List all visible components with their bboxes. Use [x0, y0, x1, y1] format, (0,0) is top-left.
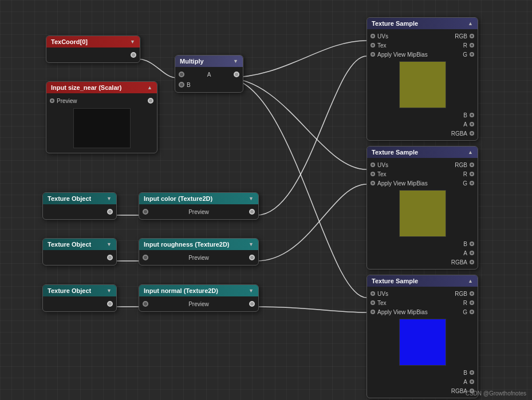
ts2-mip-label: Apply View MipBias: [377, 180, 428, 187]
ts2-tex-label: Tex: [377, 171, 387, 177]
ts2-preview: [399, 190, 446, 237]
ts2-rgb-label: RGB: [455, 162, 467, 168]
texture-obj-1-output-row: [43, 207, 116, 217]
texcoord-title: TexCoord[0]: [51, 38, 88, 45]
ts3-rgb-pin[interactable]: [470, 291, 474, 296]
ts3-a-label: A: [463, 379, 467, 385]
ts1-tex-label: Tex: [377, 42, 387, 49]
ts2-g-label: G: [463, 180, 467, 187]
texture-obj-3-output[interactable]: [107, 301, 113, 307]
tex-sample-1-chevron[interactable]: ▲: [468, 21, 473, 26]
texture-obj-3-header: Texture Object ▼: [43, 285, 116, 296]
texcoord-output-pin[interactable]: [131, 52, 136, 58]
tex-sample-2-title: Texture Sample: [372, 149, 418, 156]
ts1-rgb-pin[interactable]: [470, 34, 474, 38]
ts3-b-row: B: [367, 368, 478, 377]
ts3-uvs-row: UVs RGB: [367, 289, 478, 298]
ts1-r-label: R: [463, 42, 467, 49]
ts1-b-pin[interactable]: [470, 113, 474, 117]
texture-obj-3-chevron[interactable]: ▼: [107, 288, 112, 294]
ts1-rgba-row: RGBA: [367, 129, 478, 138]
texture-obj-1-chevron[interactable]: ▼: [107, 196, 112, 201]
input-normal-input[interactable]: [143, 301, 148, 307]
ts1-rgba-pin[interactable]: [470, 131, 474, 136]
preview-pin[interactable]: [50, 98, 54, 103]
ts3-rgb-label: RGB: [455, 291, 467, 297]
multiply-b-input[interactable]: [179, 82, 184, 88]
tex-sample-3-node: Texture Sample ▲ UVs RGB Tex R: [367, 275, 478, 398]
ts3-uvs-pin[interactable]: [371, 291, 375, 296]
ts1-uvs-label: UVs: [377, 33, 388, 39]
ts3-r-label: R: [463, 300, 467, 306]
ts3-b-pin[interactable]: [470, 370, 474, 375]
ts1-tex-pin[interactable]: [371, 43, 375, 47]
ts2-mip-pin[interactable]: [371, 181, 375, 185]
ts3-b-label: B: [463, 370, 467, 376]
ts2-r-label: R: [463, 171, 467, 177]
multiply-b-row: B: [175, 80, 243, 90]
ts1-rgb-label: RGB: [455, 33, 467, 39]
ts1-mip-label: Apply View MipBias: [377, 52, 428, 58]
input-color-output[interactable]: [249, 209, 255, 215]
ts3-tex-pin[interactable]: [371, 300, 375, 305]
texture-obj-2-output[interactable]: [107, 255, 113, 260]
input-color-chevron[interactable]: ▼: [249, 196, 254, 201]
multiply-a-input[interactable]: [179, 72, 184, 77]
ts1-uvs-row: UVs RGB: [367, 31, 478, 41]
ts3-mip-pin[interactable]: [371, 310, 375, 314]
size-preview-area: [73, 108, 131, 148]
ts1-mip-pin[interactable]: [371, 52, 375, 57]
input-size-chevron[interactable]: ▲: [147, 85, 152, 90]
input-roughness-node: Input roughness (Texture2D) ▼ Preview: [139, 238, 259, 266]
ts3-r-pin[interactable]: [470, 300, 474, 305]
input-size-header: Input size_near (Scalar) ▲: [46, 82, 157, 93]
tex-sample-1-node: Texture Sample ▲ UVs RGB Tex R: [367, 17, 478, 141]
tex-sample-2-chevron[interactable]: ▲: [468, 149, 473, 155]
input-normal-title: Input normal (Texture2D): [144, 287, 218, 294]
ts3-a-pin[interactable]: [470, 379, 474, 384]
ts2-uvs-row: UVs RGB: [367, 160, 478, 169]
ts2-uvs-pin[interactable]: [371, 163, 375, 167]
tex-sample-2-header: Texture Sample ▲: [367, 146, 478, 158]
input-color-input[interactable]: [143, 209, 148, 215]
size-output-pin[interactable]: [148, 98, 153, 104]
preview-row: Preview: [46, 96, 157, 106]
texcoord-chevron[interactable]: ▼: [130, 39, 135, 45]
ts2-tex-pin[interactable]: [371, 172, 375, 176]
texture-obj-1-output[interactable]: [107, 209, 113, 215]
input-color-title: Input color (Texture2D): [144, 195, 212, 202]
ts2-rgb-pin[interactable]: [470, 163, 474, 167]
input-roughness-input[interactable]: [143, 255, 148, 260]
texture-obj-3-node: Texture Object ▼: [42, 284, 117, 312]
ts2-g-pin[interactable]: [470, 181, 474, 185]
multiply-chevron[interactable]: ▼: [233, 58, 238, 64]
ts2-rgba-pin[interactable]: [470, 260, 474, 264]
ts2-b-pin[interactable]: [470, 241, 474, 246]
ts2-b-label: B: [463, 241, 467, 247]
ts3-g-label: G: [463, 309, 467, 315]
input-normal-output[interactable]: [249, 301, 255, 307]
input-color-preview-row: Preview: [139, 207, 258, 217]
input-size-node: Input size_near (Scalar) ▲ Preview: [46, 81, 157, 153]
ts3-g-pin[interactable]: [470, 310, 474, 314]
ts2-a-pin[interactable]: [470, 251, 474, 255]
tex-sample-3-chevron[interactable]: ▲: [468, 278, 473, 284]
input-normal-chevron[interactable]: ▼: [249, 288, 254, 294]
multiply-output[interactable]: [234, 72, 239, 77]
ts3-rgba-row: RGBA: [367, 386, 478, 395]
ts2-r-pin[interactable]: [470, 172, 474, 176]
input-roughness-chevron[interactable]: ▼: [249, 241, 254, 247]
ts1-r-pin[interactable]: [470, 43, 474, 47]
input-roughness-output[interactable]: [249, 255, 255, 260]
ts1-b-row: B: [367, 110, 478, 120]
texture-obj-2-chevron[interactable]: ▼: [107, 241, 112, 247]
texture-obj-1-node: Texture Object ▼: [42, 192, 117, 220]
ts1-uvs-pin[interactable]: [371, 34, 375, 38]
preview-label: Preview: [57, 98, 77, 104]
ts1-a-pin[interactable]: [470, 122, 474, 126]
ts3-tex-row: Tex R: [367, 298, 478, 307]
ts1-g-pin[interactable]: [470, 52, 474, 57]
multiply-header: Multiply ▼: [175, 56, 243, 67]
texcoord-output-row: [46, 50, 140, 60]
texcoord-node: TexCoord[0] ▼: [46, 35, 140, 63]
